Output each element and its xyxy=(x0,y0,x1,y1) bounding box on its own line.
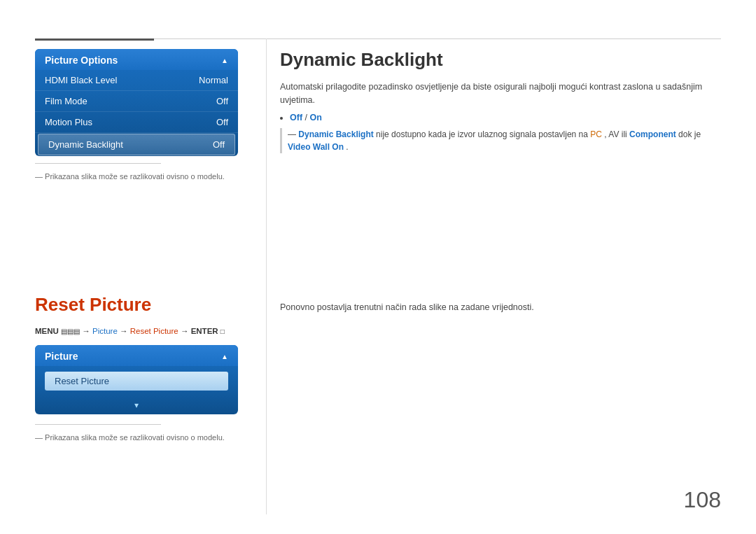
dynamic-backlight-desc: Automatski prilagodite pozadinsko osvjet… xyxy=(280,80,721,107)
enter-icon: □ xyxy=(220,328,225,335)
warning-component: Component xyxy=(629,129,676,139)
page-number: 108 xyxy=(684,487,721,513)
menu-title: Picture Options xyxy=(45,55,118,66)
bullet-off-on: Off / On xyxy=(290,113,721,122)
breadcrumb-arrow2: → xyxy=(120,327,130,335)
arrow-down-icon: ▾ xyxy=(134,400,139,410)
menu-label: MENU xyxy=(35,327,59,335)
picture-options-note: ― Prikazana slika može se razlikovati ov… xyxy=(35,172,245,181)
breadcrumb-picture: Picture xyxy=(92,327,118,335)
on-label: On xyxy=(310,113,322,122)
warning-text1: nije dostupno kada je izvor ulaznog sign… xyxy=(376,129,590,139)
reset-item-container: Reset Picture xyxy=(35,366,238,396)
reset-picture-section-left: Reset Picture MENU ▤▤▤ → Picture → Reset… xyxy=(35,294,245,442)
reset-arrow-up: ▲ xyxy=(221,353,228,360)
menu-item-film[interactable]: Film Mode Off xyxy=(35,91,238,112)
motion-value: Off xyxy=(216,117,228,127)
warning-highlight: Dynamic Backlight xyxy=(298,129,373,139)
breadcrumb-reset: Reset Picture xyxy=(130,327,178,335)
vertical-separator xyxy=(266,38,267,514)
dynamic-backlight-list: Off / On xyxy=(290,113,721,122)
breadcrumb-arrow1: → xyxy=(82,327,92,335)
dynamic-value: Off xyxy=(213,139,225,150)
menu-icon: ▤▤▤ xyxy=(61,328,80,335)
menu-header: Picture Options ▲ xyxy=(35,49,238,70)
motion-label: Motion Plus xyxy=(45,117,92,127)
reset-picture-section-right: Ponovno postavlja trenutni način rada sl… xyxy=(280,301,721,320)
warning-videowall: Video Wall On xyxy=(288,142,344,152)
reset-picture-title: Reset Picture xyxy=(35,294,245,316)
reset-item-label[interactable]: Reset Picture xyxy=(45,372,228,391)
reset-breadcrumb: MENU ▤▤▤ → Picture → Reset Picture → ENT… xyxy=(35,327,245,335)
dynamic-backlight-title: Dynamic Backlight xyxy=(280,49,721,71)
top-divider-accent xyxy=(35,38,154,41)
section-divider-2 xyxy=(35,424,161,425)
off-label: Off xyxy=(290,113,302,122)
breadcrumb-enter: ENTER xyxy=(191,327,218,335)
picture-options-menu: Picture Options ▲ HDMI Black Level Norma… xyxy=(35,49,238,156)
breadcrumb-arrow3: → xyxy=(181,327,191,335)
reset-menu-title: Picture xyxy=(45,351,78,362)
warning-dash: ― xyxy=(288,129,298,139)
hdmi-label: HDMI Black Level xyxy=(45,75,117,85)
film-value: Off xyxy=(216,96,228,106)
arrow-up-icon: ▲ xyxy=(221,57,228,64)
dynamic-backlight-section: Dynamic Backlight Automatski prilagodite… xyxy=(280,49,721,153)
hdmi-value: Normal xyxy=(199,75,228,85)
warning-text2: dok je xyxy=(678,129,701,139)
reset-picture-desc: Ponovno postavlja trenutni način rada sl… xyxy=(280,301,721,314)
dynamic-label: Dynamic Backlight xyxy=(48,139,123,150)
menu-item-dynamic-backlight[interactable]: Dynamic Backlight Off xyxy=(38,134,235,155)
warning-end: . xyxy=(346,142,348,152)
menu-item-hdmi[interactable]: HDMI Black Level Normal xyxy=(35,70,238,91)
reset-picture-menu: Picture ▲ Reset Picture ▾ xyxy=(35,345,238,414)
picture-options-section: Picture Options ▲ HDMI Black Level Norma… xyxy=(35,49,245,181)
reset-menu-footer: ▾ xyxy=(35,396,238,414)
film-label: Film Mode xyxy=(45,96,88,106)
warning-pc: PC xyxy=(590,129,602,139)
menu-item-motion[interactable]: Motion Plus Off xyxy=(35,112,238,133)
slash-separator: / xyxy=(305,113,310,122)
warning-comma1: , AV ili xyxy=(604,129,629,139)
reset-picture-note: ― Prikazana slika može se razlikovati ov… xyxy=(35,433,245,442)
dynamic-backlight-warning: ― Dynamic Backlight nije dostupno kada j… xyxy=(280,128,721,153)
reset-menu-header: Picture ▲ xyxy=(35,345,238,366)
section-divider-1 xyxy=(35,163,161,164)
